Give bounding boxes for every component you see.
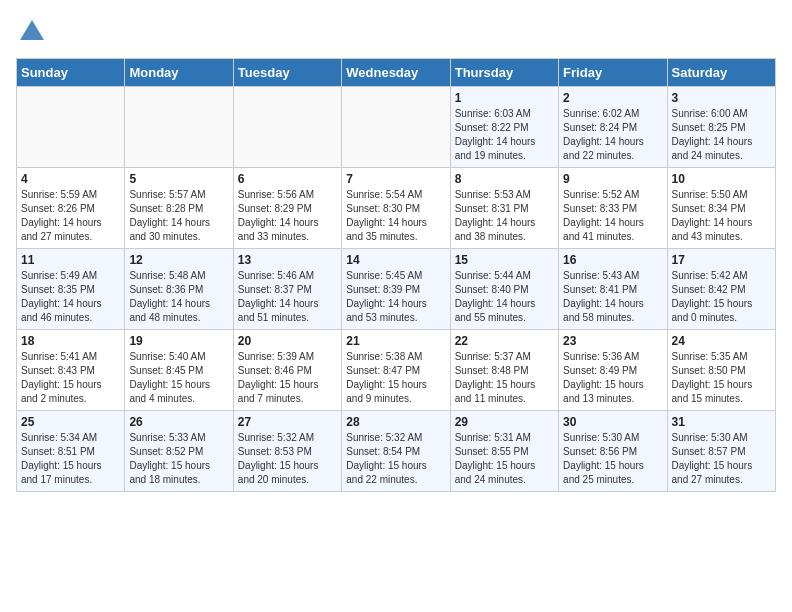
day-cell: 15Sunrise: 5:44 AM Sunset: 8:40 PM Dayli… [450,249,558,330]
day-cell: 5Sunrise: 5:57 AM Sunset: 8:28 PM Daylig… [125,168,233,249]
day-number: 12 [129,253,228,267]
day-info: Sunrise: 5:59 AM Sunset: 8:26 PM Dayligh… [21,188,120,244]
day-number: 4 [21,172,120,186]
day-cell: 6Sunrise: 5:56 AM Sunset: 8:29 PM Daylig… [233,168,341,249]
day-cell: 2Sunrise: 6:02 AM Sunset: 8:24 PM Daylig… [559,87,667,168]
day-info: Sunrise: 6:02 AM Sunset: 8:24 PM Dayligh… [563,107,662,163]
day-info: Sunrise: 5:31 AM Sunset: 8:55 PM Dayligh… [455,431,554,487]
day-cell: 9Sunrise: 5:52 AM Sunset: 8:33 PM Daylig… [559,168,667,249]
day-cell: 28Sunrise: 5:32 AM Sunset: 8:54 PM Dayli… [342,411,450,492]
day-cell: 26Sunrise: 5:33 AM Sunset: 8:52 PM Dayli… [125,411,233,492]
day-number: 31 [672,415,771,429]
day-cell [17,87,125,168]
day-info: Sunrise: 5:32 AM Sunset: 8:53 PM Dayligh… [238,431,337,487]
day-number: 3 [672,91,771,105]
day-number: 25 [21,415,120,429]
day-cell: 25Sunrise: 5:34 AM Sunset: 8:51 PM Dayli… [17,411,125,492]
day-cell: 4Sunrise: 5:59 AM Sunset: 8:26 PM Daylig… [17,168,125,249]
day-number: 13 [238,253,337,267]
week-row-0: 1Sunrise: 6:03 AM Sunset: 8:22 PM Daylig… [17,87,776,168]
day-info: Sunrise: 5:40 AM Sunset: 8:45 PM Dayligh… [129,350,228,406]
day-info: Sunrise: 5:48 AM Sunset: 8:36 PM Dayligh… [129,269,228,325]
day-cell: 8Sunrise: 5:53 AM Sunset: 8:31 PM Daylig… [450,168,558,249]
day-info: Sunrise: 5:45 AM Sunset: 8:39 PM Dayligh… [346,269,445,325]
day-info: Sunrise: 5:54 AM Sunset: 8:30 PM Dayligh… [346,188,445,244]
day-cell: 12Sunrise: 5:48 AM Sunset: 8:36 PM Dayli… [125,249,233,330]
header [16,16,776,48]
day-info: Sunrise: 5:38 AM Sunset: 8:47 PM Dayligh… [346,350,445,406]
day-number: 14 [346,253,445,267]
day-info: Sunrise: 5:33 AM Sunset: 8:52 PM Dayligh… [129,431,228,487]
col-friday: Friday [559,59,667,87]
logo-icon [16,16,48,48]
day-number: 20 [238,334,337,348]
day-number: 6 [238,172,337,186]
col-wednesday: Wednesday [342,59,450,87]
day-info: Sunrise: 5:46 AM Sunset: 8:37 PM Dayligh… [238,269,337,325]
logo [16,16,52,48]
day-number: 22 [455,334,554,348]
day-info: Sunrise: 5:30 AM Sunset: 8:57 PM Dayligh… [672,431,771,487]
day-cell: 19Sunrise: 5:40 AM Sunset: 8:45 PM Dayli… [125,330,233,411]
day-cell: 27Sunrise: 5:32 AM Sunset: 8:53 PM Dayli… [233,411,341,492]
day-info: Sunrise: 5:35 AM Sunset: 8:50 PM Dayligh… [672,350,771,406]
day-cell: 11Sunrise: 5:49 AM Sunset: 8:35 PM Dayli… [17,249,125,330]
day-cell: 1Sunrise: 6:03 AM Sunset: 8:22 PM Daylig… [450,87,558,168]
day-number: 7 [346,172,445,186]
day-info: Sunrise: 5:56 AM Sunset: 8:29 PM Dayligh… [238,188,337,244]
day-cell [233,87,341,168]
day-number: 16 [563,253,662,267]
day-cell: 16Sunrise: 5:43 AM Sunset: 8:41 PM Dayli… [559,249,667,330]
day-cell: 7Sunrise: 5:54 AM Sunset: 8:30 PM Daylig… [342,168,450,249]
day-number: 26 [129,415,228,429]
day-number: 29 [455,415,554,429]
day-cell: 10Sunrise: 5:50 AM Sunset: 8:34 PM Dayli… [667,168,775,249]
day-cell: 13Sunrise: 5:46 AM Sunset: 8:37 PM Dayli… [233,249,341,330]
day-cell: 30Sunrise: 5:30 AM Sunset: 8:56 PM Dayli… [559,411,667,492]
day-number: 28 [346,415,445,429]
day-number: 27 [238,415,337,429]
day-number: 24 [672,334,771,348]
day-info: Sunrise: 5:32 AM Sunset: 8:54 PM Dayligh… [346,431,445,487]
day-number: 23 [563,334,662,348]
day-info: Sunrise: 5:44 AM Sunset: 8:40 PM Dayligh… [455,269,554,325]
day-cell: 17Sunrise: 5:42 AM Sunset: 8:42 PM Dayli… [667,249,775,330]
week-row-1: 4Sunrise: 5:59 AM Sunset: 8:26 PM Daylig… [17,168,776,249]
day-number: 9 [563,172,662,186]
day-cell: 22Sunrise: 5:37 AM Sunset: 8:48 PM Dayli… [450,330,558,411]
day-info: Sunrise: 5:50 AM Sunset: 8:34 PM Dayligh… [672,188,771,244]
day-number: 1 [455,91,554,105]
col-tuesday: Tuesday [233,59,341,87]
calendar-table: Sunday Monday Tuesday Wednesday Thursday… [16,58,776,492]
day-cell: 20Sunrise: 5:39 AM Sunset: 8:46 PM Dayli… [233,330,341,411]
day-number: 21 [346,334,445,348]
day-info: Sunrise: 5:42 AM Sunset: 8:42 PM Dayligh… [672,269,771,325]
day-info: Sunrise: 5:39 AM Sunset: 8:46 PM Dayligh… [238,350,337,406]
day-cell: 3Sunrise: 6:00 AM Sunset: 8:25 PM Daylig… [667,87,775,168]
day-number: 30 [563,415,662,429]
day-cell [342,87,450,168]
day-number: 17 [672,253,771,267]
day-number: 5 [129,172,228,186]
day-cell: 31Sunrise: 5:30 AM Sunset: 8:57 PM Dayli… [667,411,775,492]
day-info: Sunrise: 5:30 AM Sunset: 8:56 PM Dayligh… [563,431,662,487]
day-info: Sunrise: 5:34 AM Sunset: 8:51 PM Dayligh… [21,431,120,487]
day-cell: 14Sunrise: 5:45 AM Sunset: 8:39 PM Dayli… [342,249,450,330]
calendar-body: 1Sunrise: 6:03 AM Sunset: 8:22 PM Daylig… [17,87,776,492]
day-number: 11 [21,253,120,267]
day-info: Sunrise: 5:41 AM Sunset: 8:43 PM Dayligh… [21,350,120,406]
day-info: Sunrise: 6:00 AM Sunset: 8:25 PM Dayligh… [672,107,771,163]
day-cell: 21Sunrise: 5:38 AM Sunset: 8:47 PM Dayli… [342,330,450,411]
svg-marker-1 [20,20,44,40]
week-row-4: 25Sunrise: 5:34 AM Sunset: 8:51 PM Dayli… [17,411,776,492]
day-cell: 23Sunrise: 5:36 AM Sunset: 8:49 PM Dayli… [559,330,667,411]
day-cell: 24Sunrise: 5:35 AM Sunset: 8:50 PM Dayli… [667,330,775,411]
day-info: Sunrise: 5:49 AM Sunset: 8:35 PM Dayligh… [21,269,120,325]
day-cell: 18Sunrise: 5:41 AM Sunset: 8:43 PM Dayli… [17,330,125,411]
week-row-3: 18Sunrise: 5:41 AM Sunset: 8:43 PM Dayli… [17,330,776,411]
day-number: 19 [129,334,228,348]
day-number: 15 [455,253,554,267]
header-row: Sunday Monday Tuesday Wednesday Thursday… [17,59,776,87]
day-info: Sunrise: 5:57 AM Sunset: 8:28 PM Dayligh… [129,188,228,244]
col-monday: Monday [125,59,233,87]
